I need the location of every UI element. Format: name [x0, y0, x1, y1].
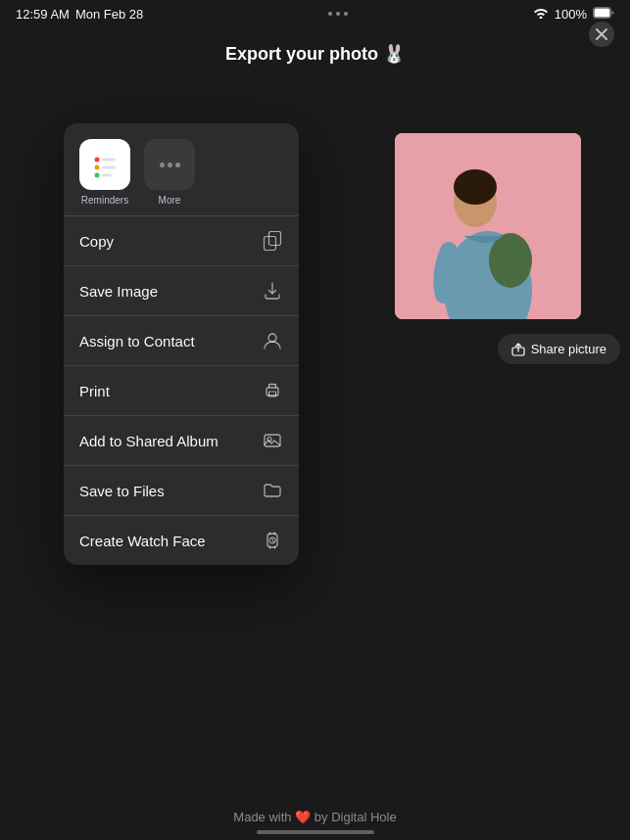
- status-date: Mon Feb 28: [75, 7, 143, 22]
- wifi-icon: [533, 5, 549, 23]
- action-save-image[interactable]: Save Image: [64, 266, 299, 316]
- svg-rect-1: [595, 9, 610, 18]
- svg-point-6: [454, 169, 497, 205]
- more-dot-2: [168, 163, 172, 167]
- reminders-icon-box: [79, 139, 130, 190]
- share-icon: [511, 343, 525, 356]
- page-title: Export your photo 🐰: [0, 33, 630, 74]
- create-watch-face-icon: [262, 530, 283, 551]
- svg-rect-15: [269, 232, 281, 246]
- battery-icon: [593, 5, 614, 23]
- home-indicator: [257, 830, 374, 834]
- create-watch-face-label: Create Watch Face: [79, 533, 206, 549]
- app-more[interactable]: More: [144, 139, 195, 206]
- copy-label: Copy: [79, 233, 114, 250]
- status-center: [328, 12, 348, 16]
- copy-icon: [262, 230, 283, 252]
- footer: Made with ❤️ by Digital Hole: [0, 810, 630, 824]
- status-bar: 12:59 AM Mon Feb 28 100%: [0, 0, 630, 27]
- more-label: More: [159, 195, 181, 206]
- share-sheet: Reminders More Copy: [64, 123, 299, 565]
- more-dot-1: [160, 163, 165, 167]
- battery-percentage: 100%: [555, 7, 587, 22]
- svg-rect-14: [102, 174, 112, 177]
- save-image-label: Save Image: [79, 283, 158, 300]
- print-label: Print: [79, 383, 110, 399]
- action-print[interactable]: Print: [64, 366, 299, 416]
- dot-3: [344, 12, 348, 16]
- footer-text: Made with: [233, 810, 291, 824]
- svg-rect-10: [102, 159, 116, 162]
- svg-point-4: [489, 233, 532, 288]
- photo-image: [395, 133, 581, 319]
- footer-heart: ❤️: [295, 810, 311, 824]
- dot-1: [328, 12, 332, 16]
- assign-to-contact-label: Assign to Contact: [79, 333, 195, 350]
- app-icons-area: Reminders More: [64, 123, 299, 215]
- svg-rect-8: [87, 147, 122, 182]
- more-dot-3: [175, 163, 180, 167]
- assign-to-contact-icon: [262, 330, 283, 351]
- app-reminders[interactable]: Reminders: [79, 139, 130, 206]
- action-add-to-shared-album[interactable]: Add to Shared Album: [64, 416, 299, 466]
- share-picture-button[interactable]: Share picture: [498, 334, 620, 364]
- more-icon-box: [144, 139, 195, 190]
- svg-point-11: [95, 165, 100, 170]
- footer-suffix: by Digital Hole: [315, 810, 397, 824]
- action-assign-to-contact[interactable]: Assign to Contact: [64, 316, 299, 366]
- save-to-files-icon: [262, 480, 283, 501]
- reminders-icon: [87, 147, 122, 182]
- action-save-to-files[interactable]: Save to Files: [64, 466, 299, 516]
- svg-point-17: [268, 334, 276, 342]
- svg-point-9: [95, 158, 100, 163]
- main-content: Share picture Reminders: [0, 74, 630, 793]
- svg-rect-12: [102, 166, 116, 169]
- status-right: 100%: [533, 5, 614, 23]
- shared-album-icon: [262, 430, 283, 451]
- reminders-label: Reminders: [81, 195, 128, 206]
- action-create-watch-face[interactable]: Create Watch Face: [64, 516, 299, 565]
- svg-rect-20: [265, 435, 280, 446]
- print-icon: [262, 380, 283, 401]
- more-dots: [160, 163, 180, 167]
- save-image-icon: [262, 280, 283, 302]
- svg-rect-16: [265, 237, 276, 251]
- save-to-files-label: Save to Files: [79, 483, 165, 499]
- dot-2: [336, 12, 340, 16]
- action-copy[interactable]: Copy: [64, 216, 299, 266]
- svg-point-13: [95, 173, 100, 178]
- photo-area: [395, 133, 581, 319]
- close-icon: [596, 28, 607, 40]
- close-button[interactable]: [589, 22, 614, 47]
- add-to-shared-album-label: Add to Shared Album: [79, 433, 218, 449]
- status-time: 12:59 AM: [16, 7, 70, 22]
- share-picture-label: Share picture: [531, 342, 606, 356]
